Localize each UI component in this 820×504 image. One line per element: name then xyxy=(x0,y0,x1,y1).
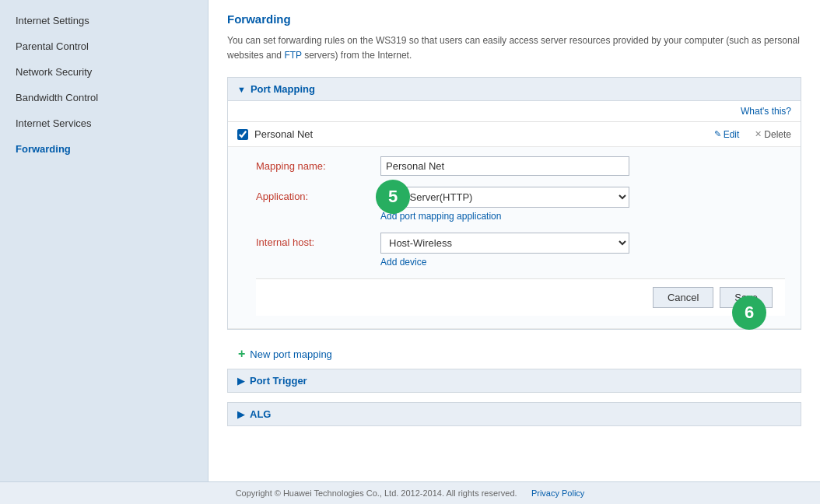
privacy-policy-link[interactable]: Privacy Policy xyxy=(531,488,584,498)
mapping-name-control xyxy=(380,156,629,176)
internal-host-row: Internal host: Host-Wireless Custom Add … xyxy=(256,233,785,268)
edit-icon: ✎ xyxy=(714,129,721,139)
internal-host-label: Internal host: xyxy=(256,233,380,248)
sidebar-item-bandwidth-control[interactable]: Bandwidth Control xyxy=(0,85,208,110)
sidebar-item-internet-services[interactable]: Internet Services xyxy=(0,110,208,136)
application-label: Application: xyxy=(256,187,380,202)
page-title: Forwarding xyxy=(227,12,801,26)
footer: Copyright © Huawei Technologies Co., Ltd… xyxy=(0,481,820,504)
alg-section: ▶ ALG xyxy=(227,402,801,426)
alg-title: ALG xyxy=(250,408,271,420)
application-select[interactable]: WebServer(HTTP) FTP SMTP Custom xyxy=(380,187,629,208)
whats-this-link[interactable]: What's this? xyxy=(741,106,791,117)
arrow-down-icon: ▼ xyxy=(237,85,246,94)
sidebar-item-parental-control[interactable]: Parental Control xyxy=(0,33,208,59)
port-mapping-section: ▼ Port Mapping What's this? Personal Net… xyxy=(227,77,801,330)
mapping-row: Personal Net ✎ Edit ✕ Delete xyxy=(228,122,801,146)
mapping-name-label: Mapping name: xyxy=(256,156,380,172)
edit-link[interactable]: ✎ Edit xyxy=(714,129,740,140)
sidebar: Internet Settings Parental Control Netwo… xyxy=(0,0,209,481)
mapping-name-row: Mapping name: xyxy=(256,156,785,176)
main-content: Forwarding You can set forwarding rules … xyxy=(209,0,820,481)
port-trigger-header[interactable]: ▶ Port Trigger xyxy=(228,369,801,392)
edit-label: Edit xyxy=(724,129,740,140)
page-description: You can set forwarding rules on the WS31… xyxy=(227,33,801,63)
alg-header[interactable]: ▶ ALG xyxy=(228,403,801,425)
delete-link[interactable]: ✕ Delete xyxy=(755,129,791,140)
mapping-actions: ✎ Edit ✕ Delete xyxy=(714,129,791,140)
page-desc-end: servers) from the Internet. xyxy=(302,50,412,61)
sidebar-item-forwarding[interactable]: Forwarding xyxy=(0,136,208,162)
port-mapping-content: What's this? Personal Net ✎ Edit xyxy=(228,101,801,329)
cancel-button[interactable]: Cancel xyxy=(653,287,713,308)
new-pm-label: New port mapping xyxy=(250,348,332,360)
port-trigger-title: Port Trigger xyxy=(250,375,307,387)
mapping-form: 5 Mapping name: Application: xyxy=(228,146,801,328)
application-control: WebServer(HTTP) FTP SMTP Custom Add port… xyxy=(380,187,629,222)
delete-icon: ✕ xyxy=(755,129,762,139)
add-app-link[interactable]: Add port mapping application xyxy=(380,211,629,222)
sidebar-item-internet-settings[interactable]: Internet Settings xyxy=(0,8,208,33)
pm-header-row: What's this? xyxy=(228,101,801,122)
form-buttons: Cancel Save 6 xyxy=(256,278,785,316)
footer-text: Copyright © Huawei Technologies Co., Ltd… xyxy=(236,488,517,498)
step-6-circle: 6 xyxy=(732,296,766,330)
mapping-entry: Personal Net ✎ Edit ✕ Delete xyxy=(228,122,801,329)
alg-arrow-icon: ▶ xyxy=(237,408,245,420)
arrow-right-icon: ▶ xyxy=(237,375,245,387)
port-mapping-title: Port Mapping xyxy=(251,83,315,95)
port-trigger-section: ▶ Port Trigger xyxy=(227,369,801,393)
delete-label: Delete xyxy=(764,129,791,140)
add-device-link[interactable]: Add device xyxy=(380,257,629,268)
internal-host-control: Host-Wireless Custom Add device xyxy=(380,233,629,268)
sidebar-item-network-security[interactable]: Network Security xyxy=(0,59,208,85)
new-port-mapping[interactable]: + New port mapping xyxy=(227,339,801,369)
ftp-link[interactable]: FTP xyxy=(284,50,301,61)
application-row: Application: WebServer(HTTP) FTP SMTP Cu… xyxy=(256,187,785,222)
mapping-name: Personal Net xyxy=(254,128,708,140)
port-mapping-header[interactable]: ▼ Port Mapping xyxy=(228,78,801,101)
plus-icon: + xyxy=(238,347,245,361)
mapping-checkbox[interactable] xyxy=(237,129,248,140)
mapping-name-input[interactable] xyxy=(380,156,629,176)
internal-host-select[interactable]: Host-Wireless Custom xyxy=(380,233,629,254)
